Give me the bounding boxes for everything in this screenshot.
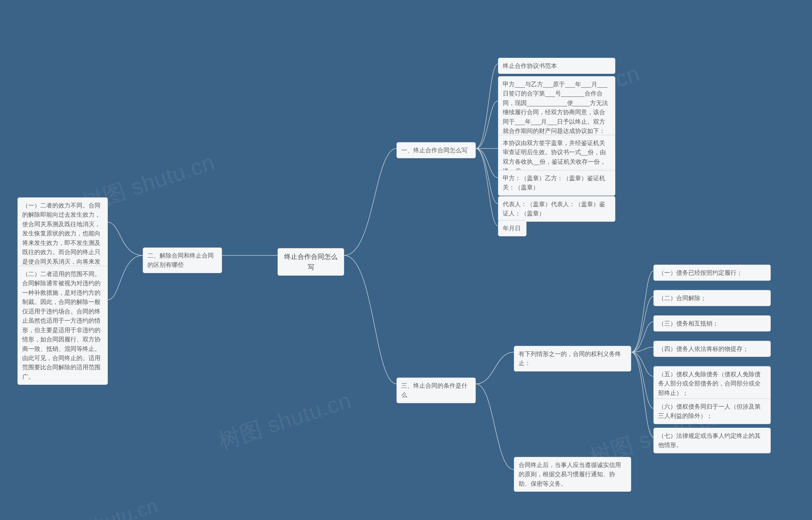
branch-1-item-4[interactable]: 甲方：（盖章）乙方：（盖章）鉴证机关：（盖章） — [498, 170, 615, 196]
branch-3-sub1-item-6[interactable]: （六）债权债务同归于一人（但涉及第三人利益的除外）； — [653, 398, 771, 424]
branch-1-item-1[interactable]: 终止合作协议书范本 — [498, 58, 615, 74]
branch-3-title[interactable]: 三、终止合同的条件是什么 — [397, 378, 476, 403]
branch-2-title[interactable]: 二、解除合同和终止合同的区别有哪些 — [143, 248, 222, 273]
watermark: 树图 shutu.cn — [214, 386, 355, 457]
branch-1-item-6[interactable]: 年月日 — [498, 220, 526, 236]
branch-3-sub1-item-2[interactable]: （二）合同解除； — [653, 290, 771, 306]
branch-3-sub2[interactable]: 合同终止后，当事人应当遵循诚实信用的原则，根据交易习惯履行通知、协助、保密等义务… — [514, 457, 631, 492]
branch-3-sub1-item-5[interactable]: （五）债权人免除债务（债权人免除债务人部分或全部债务的，合同部分或全部终止）； — [653, 366, 771, 401]
branch-3-sub1-title[interactable]: 有下列情形之一的，合同的权利义务终止： — [514, 346, 631, 371]
branch-1-title[interactable]: 一、终止合作合同怎么写 — [397, 142, 476, 158]
mindmap-root[interactable]: 终止合作合同怎么写 — [277, 248, 344, 276]
watermark: 树图 shutu.cn — [40, 493, 161, 520]
branch-1-item-5[interactable]: 代表人：（盖章）代表人：（盖章）鉴证人：（盖章） — [498, 196, 615, 222]
branch-3-sub1-item-1[interactable]: （一）债务已经按照约定履行； — [653, 265, 771, 281]
branch-3-sub1-item-4[interactable]: （四）债务人依法将标的物提存； — [653, 341, 771, 357]
branch-2-item-2[interactable]: （二）二者适用的范围不同。合同解除通常被视为对违约的一种补救措施，是对违约方的制… — [18, 266, 108, 385]
branch-3-sub1-item-7[interactable]: （七）法律规定或当事人约定终止的其他情形。 — [653, 428, 771, 453]
branch-3-sub1-item-3[interactable]: （三）债务相互抵销； — [653, 315, 771, 332]
